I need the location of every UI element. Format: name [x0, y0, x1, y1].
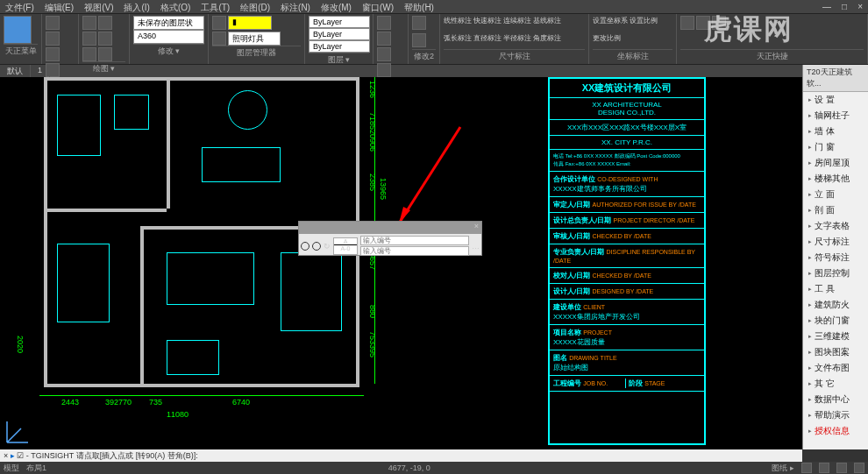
dim-cont[interactable]: 连续标注: [503, 16, 531, 32]
tab-1[interactable]: 1: [31, 65, 50, 77]
sp-tools[interactable]: 工 具: [803, 281, 868, 297]
dim-h: 6740: [232, 398, 250, 407]
status-extras[interactable]: 图纸 ▸: [772, 463, 794, 474]
sp-3d[interactable]: 三维建模: [803, 329, 868, 344]
quick-icon[interactable]: [680, 16, 694, 30]
scale-chg[interactable]: 更改比例: [593, 33, 621, 49]
menu-edit[interactable]: 编辑(E): [39, 0, 79, 13]
tb-director: 设计总负责人/日期 PROJECT DIRECTOR /DATE: [550, 213, 704, 229]
sp-fire[interactable]: 建筑防火: [803, 297, 868, 313]
dim-dia[interactable]: 直径标注: [473, 33, 502, 49]
radio-2[interactable]: [312, 242, 321, 251]
sp-block[interactable]: 块的门窗: [803, 313, 868, 329]
watermark-text: 虎课网: [704, 11, 793, 49]
sp-help[interactable]: 帮助演示: [803, 407, 868, 423]
sp-section[interactable]: 剖 面: [803, 202, 868, 218]
sp-layer[interactable]: 图层控制: [803, 265, 868, 281]
prop-icon[interactable]: [377, 63, 391, 77]
prop-icon[interactable]: [377, 47, 391, 61]
sp-room[interactable]: 房间屋顶: [803, 155, 868, 171]
close-button[interactable]: ×: [852, 0, 868, 13]
tool-icon[interactable]: [46, 16, 60, 30]
sp-symbol[interactable]: 符号标注: [803, 250, 868, 265]
a360-dropdown[interactable]: A360: [133, 30, 204, 44]
sp-other[interactable]: 其 它: [803, 376, 868, 392]
sp-text[interactable]: 文字表格: [803, 218, 868, 234]
cmd-name: TGINSIGHT: [31, 451, 74, 460]
sp-data[interactable]: 数据中心: [803, 392, 868, 407]
tb-approve: 审定人/日期 AUTHORIZED FOR ISSUE BY /DATE: [550, 197, 704, 213]
section-symbol-dialog[interactable]: × ↻ AA-0 …: [298, 221, 482, 256]
menu-tools[interactable]: 工具(T): [196, 0, 235, 13]
draw-icon[interactable]: [82, 47, 96, 61]
tangent-menu-icon[interactable]: [4, 16, 32, 44]
sp-settings[interactable]: 设 置: [803, 92, 868, 108]
mod2-icon[interactable]: [412, 16, 426, 30]
dim-linear[interactable]: 线性标注: [444, 16, 472, 32]
lighting-dropdown[interactable]: 照明灯具: [228, 32, 281, 46]
draw-icon[interactable]: [98, 32, 112, 46]
dim-arc[interactable]: 弧长标注: [444, 33, 472, 49]
sp-pattern[interactable]: 图块图案: [803, 344, 868, 360]
tb-verify: 校对人/日期 CHECKED BY /DATE: [550, 268, 704, 284]
menu-dim[interactable]: 标注(N): [275, 0, 316, 13]
min-button[interactable]: —: [817, 0, 836, 13]
sp-wall[interactable]: 墙 体: [803, 124, 868, 139]
ribbon-label-menu: 天正菜单: [4, 44, 38, 57]
color-dropdown[interactable]: ByLayer: [309, 16, 370, 28]
tab-model[interactable]: 模型: [4, 463, 19, 474]
coords-readout: 4677, -19, 0: [388, 463, 430, 472]
menu-file[interactable]: 文件(F): [0, 0, 39, 13]
layer-state-dropdown[interactable]: 未保存的图层状态: [133, 16, 204, 30]
input-number-1[interactable]: [360, 236, 469, 245]
tab-default[interactable]: 默认: [0, 65, 31, 77]
layer-icon[interactable]: [212, 16, 226, 30]
sp-elev[interactable]: 立 面: [803, 187, 868, 202]
prop-icon[interactable]: [377, 32, 391, 46]
tool-icon[interactable]: [46, 32, 60, 46]
cmd-close-icon[interactable]: ×: [4, 451, 8, 460]
command-line[interactable]: × ▸ ☑ - TGINSIGHT 请点取[插入点或 [转90(A) 替角(B)…: [0, 449, 802, 462]
menu-format[interactable]: 格式(O): [155, 0, 196, 13]
dialog-close-icon[interactable]: ×: [474, 222, 479, 234]
tool-icon[interactable]: [46, 47, 60, 61]
linetype-dropdown[interactable]: ByLayer: [309, 28, 370, 40]
sp-stair[interactable]: 楼梯其他: [803, 171, 868, 187]
tab-layout1[interactable]: 布局1: [26, 463, 46, 474]
grid-icon[interactable]: [819, 463, 829, 473]
prop-icon[interactable]: [377, 16, 391, 30]
layer-dropdown[interactable]: ▮: [228, 16, 272, 30]
sp-file[interactable]: 文件布图: [803, 360, 868, 376]
menu-view[interactable]: 视图(V): [79, 0, 118, 13]
snap-icon[interactable]: [801, 463, 812, 473]
draw-icon[interactable]: [98, 47, 112, 61]
menu-insert[interactable]: 插入(I): [118, 0, 154, 13]
sp-axis[interactable]: 轴网柱子: [803, 108, 868, 124]
menu-help[interactable]: 帮助(H): [399, 0, 439, 13]
dim-ang[interactable]: 角度标注: [533, 33, 561, 49]
osnap-icon[interactable]: [854, 463, 864, 473]
dim-base[interactable]: 基线标注: [533, 16, 561, 32]
max-button[interactable]: □: [836, 0, 852, 13]
draw-icon[interactable]: [82, 16, 96, 30]
input-number-2[interactable]: [360, 246, 469, 256]
title-block: XX建筑设计有限公司 XX ARCHITECTURALDESIGN CO.,LT…: [548, 77, 706, 445]
mod2-icon[interactable]: [412, 33, 426, 47]
draw-icon[interactable]: [82, 32, 96, 46]
draw-icon[interactable]: [98, 16, 112, 30]
ortho-icon[interactable]: [836, 463, 847, 473]
sp-dim[interactable]: 尺寸标注: [803, 234, 868, 250]
sp-door[interactable]: 门 窗: [803, 139, 868, 155]
dim-rad[interactable]: 半径标注: [503, 33, 531, 49]
radio-1[interactable]: [301, 242, 309, 251]
sp-license[interactable]: 授权信息: [803, 423, 868, 439]
menu-window[interactable]: 窗口(W): [357, 0, 399, 13]
lineweight-dropdown[interactable]: ByLayer: [309, 40, 370, 53]
match-icon[interactable]: [212, 32, 226, 46]
menu-modify[interactable]: 修改(M): [316, 0, 357, 13]
dialog-titlebar[interactable]: ×: [299, 222, 481, 234]
scale-set[interactable]: 设置比例: [630, 16, 658, 32]
coord-set[interactable]: 设置坐标系: [593, 16, 628, 32]
dim-quick[interactable]: 快速标注: [473, 16, 502, 32]
menu-draw[interactable]: 绘图(D): [235, 0, 275, 13]
